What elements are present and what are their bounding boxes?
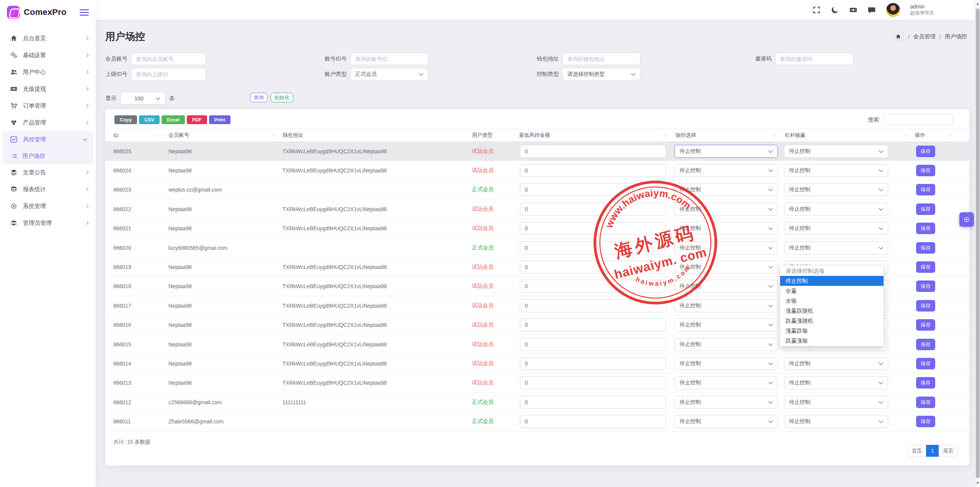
sidebar-item-risk-management[interactable]: 风控管理 [2, 131, 93, 148]
sort-icon[interactable]: ↑↓ [773, 133, 776, 138]
breadcrumb-home-icon[interactable] [893, 32, 904, 42]
dropdown-option[interactable]: 涨赢跌随机 [780, 306, 884, 316]
min-risk-amount-input[interactable] [520, 318, 666, 331]
min-risk-amount-input[interactable] [520, 203, 666, 216]
sidebar-item-articles[interactable]: 文章公告 [0, 164, 96, 181]
min-risk-amount-input[interactable] [520, 222, 666, 235]
dropdown-option[interactable]: 请选择控制选项 [780, 266, 884, 276]
scene-control-select[interactable]: 停止控制 [675, 299, 778, 312]
save-button[interactable]: 保存 [916, 416, 935, 427]
save-button[interactable]: 保存 [916, 280, 935, 292]
sidebar-item-user-center[interactable]: 用户中心 [0, 64, 96, 80]
table-search-input[interactable] [884, 114, 953, 125]
save-button[interactable]: 保存 [916, 377, 935, 389]
chat-icon[interactable] [867, 6, 876, 14]
sort-icon[interactable]: ↑↓ [905, 133, 907, 138]
save-button[interactable]: 保存 [916, 319, 935, 331]
min-risk-amount-input[interactable] [520, 396, 666, 409]
dropdown-option[interactable]: 停止控制 [780, 276, 884, 286]
lever-winlose-select[interactable]: 停止控制 [784, 357, 888, 370]
sort-icon[interactable]: ↑↓ [273, 133, 275, 138]
sidebar-item-dashboard[interactable]: 后台首页 [0, 30, 96, 47]
breadcrumb-member-management[interactable]: 会员管理 [913, 33, 936, 40]
lever-winlose-select[interactable]: 停止控制 [784, 376, 888, 389]
scene-control-select[interactable]: 停止控制 [675, 338, 778, 351]
min-risk-amount-input[interactable] [520, 280, 666, 293]
pagination-last[interactable]: 尾页 [939, 445, 958, 457]
lever-winlose-select[interactable]: 停止控制 [784, 415, 888, 428]
min-risk-amount-input[interactable] [520, 338, 666, 351]
sidebar-item-admins[interactable]: 管理员管理 [0, 215, 96, 231]
scroll-down-arrow[interactable] [976, 482, 979, 484]
min-risk-amount-input[interactable] [520, 299, 666, 312]
min-risk-amount-input[interactable] [520, 357, 666, 370]
min-risk-amount-input[interactable] [520, 241, 666, 254]
save-button[interactable]: 保存 [916, 184, 935, 195]
parent-id-input[interactable] [131, 68, 206, 80]
save-button[interactable]: 保存 [916, 165, 935, 176]
invite-code-input[interactable] [775, 52, 853, 65]
lever-winlose-select[interactable]: 停止控制 [784, 396, 888, 409]
scroll-up-arrow[interactable] [976, 3, 979, 5]
scrollbar-thumb[interactable] [976, 8, 980, 478]
min-risk-amount-input[interactable] [520, 415, 666, 428]
lever-winlose-select[interactable]: 停止控制 [784, 241, 888, 254]
dark-mode-moon-icon[interactable] [831, 6, 839, 14]
save-button[interactable]: 保存 [916, 397, 935, 408]
dropdown-option[interactable]: 跌赢涨输 [780, 336, 884, 346]
sidebar-item-system[interactable]: 系统管理 [0, 198, 96, 215]
lever-winlose-select[interactable]: 停止控制 [784, 145, 888, 158]
dropdown-option[interactable]: 跌赢涨随机 [780, 316, 884, 326]
export-button[interactable]: Copy [114, 115, 137, 124]
scene-control-select[interactable]: 停止控制 [675, 241, 778, 254]
pagination-page-1[interactable]: 1 [926, 445, 939, 457]
sidebar-item-deposit-withdraw[interactable]: 充值提现 [0, 80, 96, 97]
scene-control-select[interactable]: 停止控制 [675, 357, 778, 370]
export-button[interactable]: CSV [139, 115, 160, 124]
save-button[interactable]: 保存 [916, 203, 935, 215]
save-button[interactable]: 保存 [916, 146, 935, 157]
min-risk-amount-input[interactable] [520, 376, 666, 389]
scene-control-select[interactable]: 停止控制 [675, 145, 778, 158]
fullscreen-icon[interactable] [812, 6, 821, 14]
sidebar-toggle-icon[interactable] [80, 8, 89, 17]
export-button[interactable]: Print [209, 115, 230, 124]
query-button[interactable]: 查询 [250, 93, 268, 102]
scene-control-select[interactable]: 停止控制 [675, 183, 778, 196]
save-button[interactable]: 保存 [916, 223, 935, 234]
lever-winlose-select[interactable]: 停止控制 [784, 203, 888, 216]
account-id-input[interactable] [350, 52, 428, 65]
scene-control-select[interactable]: 停止控制 [675, 261, 778, 274]
save-button[interactable]: 保存 [916, 358, 935, 369]
sidebar-item-base-settings[interactable]: 基础设置 [0, 47, 96, 64]
lever-winlose-select[interactable]: 停止控制 [784, 164, 888, 177]
save-button[interactable]: 保存 [916, 261, 935, 273]
export-button[interactable]: PDF [187, 115, 207, 124]
reset-button[interactable]: 初始化 [271, 93, 293, 102]
scene-control-select[interactable]: 停止控制 [675, 203, 778, 216]
member-account-input[interactable] [131, 52, 206, 65]
scene-control-select[interactable]: 停止控制 [675, 222, 778, 235]
dropdown-option[interactable]: 全赢 [780, 286, 884, 296]
avatar[interactable] [886, 3, 900, 17]
scene-control-select[interactable]: 停止控制 [675, 415, 778, 428]
dropdown-option[interactable]: 全输 [780, 296, 884, 306]
min-risk-amount-input[interactable] [520, 164, 666, 177]
scene-control-select[interactable]: 停止控制 [675, 396, 778, 409]
sidebar-item-products[interactable]: 产品管理 [0, 114, 96, 131]
sidebar-item-orders[interactable]: 订单管理 [0, 97, 96, 114]
scene-control-select[interactable]: 停止控制 [675, 280, 778, 293]
cash-icon[interactable] [849, 6, 858, 14]
save-button[interactable]: 保存 [916, 339, 935, 350]
sidebar-item-reports[interactable]: 报表统计 [0, 181, 96, 198]
min-risk-amount-input[interactable] [520, 261, 666, 274]
min-risk-amount-input[interactable] [520, 183, 666, 196]
control-type-select[interactable]: 请选择控制类型 [562, 68, 640, 80]
min-risk-amount-input[interactable] [520, 145, 666, 158]
page-size-select[interactable]: 100 [120, 92, 165, 105]
sort-icon[interactable]: ↑↓ [949, 133, 951, 138]
sort-icon[interactable]: ↑↓ [158, 133, 161, 138]
wallet-input[interactable] [562, 52, 640, 65]
export-button[interactable]: Excel [162, 115, 185, 124]
scene-control-select[interactable]: 停止控制 [675, 318, 778, 331]
